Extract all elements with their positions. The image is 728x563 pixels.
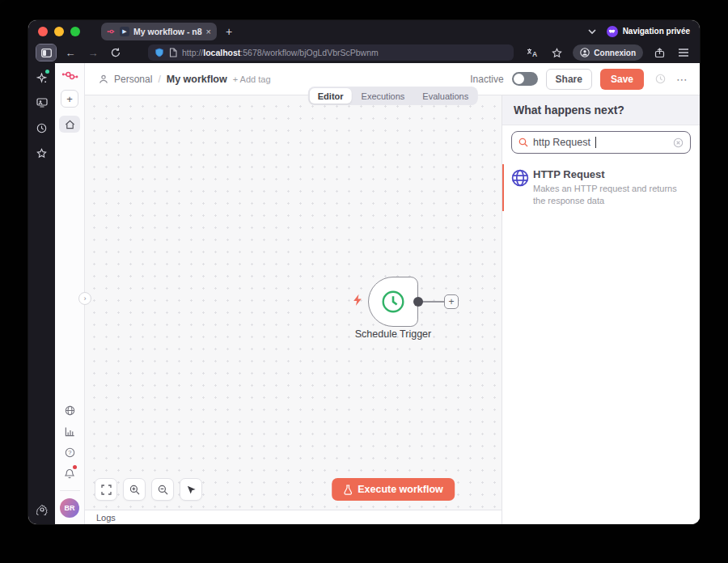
screen: ▶ My workflow - n8n × + Navigation privé… [0, 0, 728, 563]
panel-title: What happens next? [502, 95, 700, 125]
notifications-bell-icon[interactable] [62, 466, 77, 480]
tab-close-icon[interactable]: × [206, 27, 211, 36]
n8n-logo [61, 70, 78, 81]
url-text: http://localhost:5678/workflow/bjOgLdVbr… [182, 48, 379, 57]
breadcrumb-separator: / [158, 74, 160, 85]
connexion-button[interactable]: Connexion [573, 44, 643, 61]
canvas-controls [95, 478, 202, 501]
workflow-canvas[interactable]: › + Schedule Trigger [85, 95, 502, 510]
bookmarks-star-icon[interactable] [36, 146, 49, 159]
add-node-plus-button[interactable]: + [444, 294, 459, 309]
play-favicon-icon: ▶ [120, 27, 129, 36]
active-toggle[interactable] [512, 72, 538, 86]
result-title: HTTP Request [533, 168, 677, 180]
sidebar-toggle-button[interactable] [36, 44, 56, 61]
panel-collapse-handle[interactable]: › [78, 292, 91, 305]
private-mask-icon [607, 26, 618, 37]
save-button[interactable]: Save [600, 69, 644, 90]
settings-gear-icon[interactable] [36, 503, 49, 516]
private-browsing-badge: Navigation privée [607, 26, 690, 37]
menu-hamburger-icon[interactable] [675, 44, 692, 61]
http-globe-icon [510, 168, 530, 188]
svg-text:A: A [532, 50, 537, 57]
version-history-icon[interactable] [652, 71, 668, 87]
notification-dot [73, 465, 77, 469]
schedule-trigger-node[interactable] [368, 277, 418, 327]
close-window-button[interactable] [38, 27, 48, 36]
templates-globe-icon[interactable] [62, 403, 77, 417]
tab-overflow-chevron-icon[interactable] [587, 28, 597, 35]
editor-tabs: Editor Executions Evaluations [308, 87, 478, 105]
minimize-window-button[interactable] [54, 27, 64, 36]
home-icon [65, 120, 75, 129]
browser-tab[interactable]: ▶ My workflow - n8n × [101, 23, 217, 40]
clock-icon [381, 290, 405, 314]
zoom-in-button[interactable] [123, 478, 146, 501]
bookmark-star-icon[interactable] [548, 44, 565, 61]
more-options-button[interactable]: ⋯ [676, 73, 688, 86]
tab-title: My workflow - n8n [133, 27, 202, 36]
ai-chat-icon[interactable] [36, 71, 49, 84]
nodes-panel: What happens next? http Request [502, 95, 700, 524]
add-tag-button[interactable]: + Add tag [233, 74, 271, 84]
ai-status-dot [45, 70, 49, 74]
synced-tabs-icon[interactable] [36, 96, 49, 109]
page-info-icon[interactable] [169, 48, 177, 57]
trigger-bolt-icon [352, 294, 363, 307]
person-icon [99, 74, 108, 84]
active-status-label: Inactive [470, 74, 503, 85]
search-icon [518, 138, 528, 147]
firefox-sidebar [28, 63, 55, 524]
hover-accent-bar [502, 164, 504, 211]
add-workflow-button[interactable]: + [61, 90, 78, 108]
svg-text:?: ? [68, 449, 71, 456]
logs-label: Logs [96, 513, 116, 523]
breadcrumb: Personal / My workflow + Add tag [99, 74, 271, 85]
tidy-up-cursor-icon[interactable] [180, 478, 202, 501]
home-overview-button[interactable] [59, 116, 80, 133]
tab-executions[interactable]: Executions [353, 88, 413, 104]
tab-strip: ▶ My workflow - n8n × + Navigation privé… [28, 20, 700, 42]
shield-icon[interactable] [154, 48, 164, 58]
help-icon[interactable]: ? [62, 445, 77, 459]
n8n-app: + ? [55, 63, 700, 524]
back-button[interactable]: ← [62, 44, 78, 61]
header-actions: Inactive Share Save ⋯ [470, 69, 688, 90]
import-icon[interactable] [651, 44, 667, 61]
account-icon [580, 48, 590, 57]
node-search-input[interactable]: http Request [511, 131, 691, 154]
insights-chart-icon[interactable] [62, 424, 77, 438]
url-bar[interactable]: http://localhost:5678/workflow/bjOgLdVbr… [148, 44, 514, 61]
n8n-main: Personal / My workflow + Add tag Inactiv… [85, 63, 700, 524]
node-output-port[interactable] [413, 297, 423, 307]
sidebar-divider [60, 490, 80, 491]
translate-icon[interactable]: A [524, 44, 540, 61]
history-icon[interactable] [36, 121, 49, 134]
tab-editor[interactable]: Editor [310, 88, 352, 104]
fit-view-button[interactable] [95, 478, 117, 501]
toggle-knob [514, 74, 524, 84]
flask-icon [343, 485, 353, 495]
tab-evaluations[interactable]: Evaluations [414, 88, 476, 104]
browser-window: ▶ My workflow - n8n × + Navigation privé… [28, 20, 700, 524]
search-value: http Request [533, 137, 590, 148]
new-tab-button[interactable]: + [226, 25, 232, 38]
text-caret [595, 137, 596, 148]
result-description: Makes an HTTP request and returns the re… [533, 183, 677, 207]
browser-toolbar: ← → http://localhost:5678/workflow/bjOgL… [28, 42, 700, 63]
breadcrumb-project[interactable]: Personal [114, 74, 152, 85]
node-result-http-request[interactable]: HTTP Request Makes an HTTP request and r… [502, 166, 700, 210]
reload-button[interactable] [108, 44, 124, 61]
n8n-favicon-icon [107, 28, 116, 35]
forward-button[interactable]: → [85, 44, 101, 61]
node-label: Schedule Trigger [345, 328, 442, 340]
logs-bar[interactable]: Logs [85, 510, 502, 524]
fullscreen-window-button[interactable] [70, 27, 80, 36]
zoom-out-button[interactable] [151, 478, 174, 501]
breadcrumb-workflow-name[interactable]: My workflow [167, 74, 227, 85]
traffic-lights [38, 27, 80, 36]
user-avatar[interactable]: BR [60, 498, 79, 518]
execute-workflow-button[interactable]: Execute workflow [332, 478, 455, 501]
share-button[interactable]: Share [546, 69, 592, 90]
clear-search-icon[interactable] [673, 138, 684, 148]
